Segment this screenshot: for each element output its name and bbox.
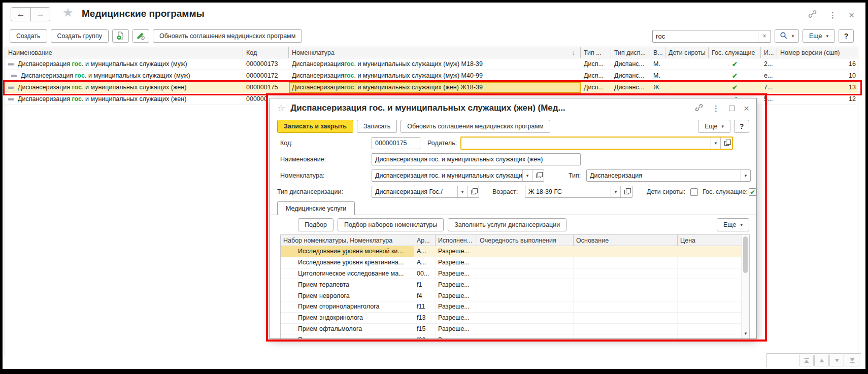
dropdown-icon[interactable]: ▾ [611,186,620,197]
cell-service-name: Прием терапевта [281,279,414,290]
service-row[interactable]: Прием терапевтаf1Разреше... [281,279,742,290]
service-row[interactable]: Прием оториноларингологаf11Разреше... [281,301,742,313]
favorite-star-icon[interactable]: ★ [62,6,74,20]
service-row[interactable]: Цитологическое исследование ма...00...Ра… [281,268,742,280]
table-row[interactable]: Диспансеризация гос. и муниципальных слу… [5,58,858,70]
dropdown-icon[interactable]: ▾ [522,170,532,181]
service-row[interactable]: Прием гинекологаf20Разреше... [281,334,742,339]
scroll-down-icon[interactable]: ▼ [742,331,749,336]
cell-type: Дисп... [581,58,611,70]
go-last-button[interactable] [845,355,859,366]
services-more-button[interactable]: Еще▾ [717,218,749,231]
cell-article: f11 [414,301,436,312]
go-first-button[interactable] [799,355,814,366]
orphans-checkbox[interactable] [690,188,698,196]
cell-code: 000000172 [243,70,289,81]
cell-name: Диспансеризация гос. и муниципальных слу… [5,70,243,81]
column-header-article[interactable]: Ар... [414,235,436,246]
column-header-name[interactable]: Наименование [5,47,243,58]
chevron-down-icon: ▾ [721,124,724,129]
back-button[interactable]: ← [11,8,30,21]
forward-button[interactable]: → [30,8,50,21]
open-icon[interactable] [620,186,632,197]
more-button[interactable]: Еще▾ [698,120,730,133]
vertical-scrollbar[interactable]: ▼ [742,235,749,338]
open-icon[interactable] [720,138,732,149]
help-button[interactable]: ? [839,29,854,43]
cell-article: f4 [414,290,436,301]
cell-nomenclature: Диспансеризация гос. и муниципальных слу… [289,70,581,81]
code-field[interactable]: 000000175 [372,137,420,149]
create-group-button[interactable]: Создать группу [51,29,109,43]
search-button[interactable]: ▾ [775,29,799,43]
tab-medical-services[interactable]: Медицинские услуги [277,201,355,215]
close-icon[interactable]: × [744,104,749,113]
dropdown-icon[interactable]: ▾ [457,186,467,197]
nomenclature-field[interactable]: Диспансеризация гос. и муниципальных слу… [372,169,544,182]
service-row[interactable]: Прием неврологаf4Разреше... [281,290,742,301]
open-icon[interactable] [532,170,544,181]
column-header-nomenclature[interactable]: Номенклатура↓ [289,47,581,58]
create-button[interactable]: Создать [10,29,47,43]
nomenclature-label: Номенклатура: [280,169,324,182]
save-close-button[interactable]: Записать и закрыть [277,120,353,133]
column-header-execution[interactable]: Исполнен... [436,235,477,246]
menu-dots-icon[interactable]: ⋮ [712,105,720,112]
create-copy-button[interactable] [112,29,129,43]
dropdown-icon[interactable]: ▾ [741,170,750,181]
link-icon[interactable] [808,10,817,20]
fill-services-button[interactable]: Заполнить услуги диспансеризации [448,218,566,231]
scrollbar-thumb[interactable] [743,236,748,273]
service-row[interactable]: Исследование уровня мочевой ки...A...Раз… [281,246,742,257]
search-input[interactable]: гос × [652,30,771,43]
program-dialog: ☆ Диспансеризация гос. и муниципальных с… [270,98,757,339]
list-footer [766,353,861,367]
column-header-civil-servants[interactable]: Гос. служащие [709,47,761,58]
table-row[interactable]: Диспансеризация гос. и муниципальных слу… [5,70,858,82]
pick-sets-button[interactable]: Подбор наборов номенклатуры [338,218,444,231]
save-button[interactable]: Записать [357,120,397,133]
service-row[interactable]: Прием эндокринологаf13Разреше... [281,313,742,324]
refresh-agreements-button[interactable]: Обновить соглашения медицинских программ [400,120,550,133]
go-prev-button[interactable] [814,355,829,366]
cell-order [477,290,574,301]
column-header-code[interactable]: Код [243,47,289,58]
maximize-icon[interactable] [729,106,735,111]
type-field[interactable]: Диспансеризация ▾ [586,169,751,182]
column-header-price[interactable]: Цена [678,235,742,246]
open-icon[interactable] [467,186,479,197]
search-clear-icon[interactable]: × [758,30,771,42]
parent-field[interactable]: ▾ [460,137,733,150]
column-header-disp-type[interactable]: Тип дисп... [611,47,650,58]
search-match-highlight: гос [72,84,82,91]
table-row[interactable]: Диспансеризация гос. и муниципальных слу… [5,82,858,93]
column-header-version[interactable]: Номер версии (сшп) [777,47,859,58]
column-header-order[interactable]: Очередность выполнения [477,235,574,246]
column-header-type[interactable]: Тип ... [581,47,611,58]
more-button[interactable]: Еще▾ [803,29,835,43]
help-button[interactable]: ? [734,120,749,133]
cell-price [678,257,742,268]
link-icon[interactable] [695,104,703,113]
column-header-orphans[interactable]: Дети сироты [665,47,709,58]
edit-button[interactable] [132,29,149,43]
civil-servants-checkbox[interactable]: ✔ [749,188,756,196]
dropdown-icon[interactable]: ▾ [711,138,720,149]
column-header-basis[interactable]: Основание [574,235,678,246]
pick-button[interactable]: Подбор [298,218,333,231]
close-icon[interactable]: × [849,10,854,20]
name-field[interactable]: Диспансеризация гос. и муниципальных слу… [372,153,581,165]
go-next-button[interactable] [829,355,844,366]
column-header-i[interactable]: И... [761,47,777,58]
age-field[interactable]: Ж 18-39 ГС ▾ [525,186,632,198]
favorite-star-outline-icon[interactable]: ☆ [277,103,285,114]
column-header-nomenclature-set[interactable]: Набор номенклатуры, Номенклатура [281,235,414,246]
service-row[interactable]: Прием офтальмологаf15Разреше... [281,324,742,335]
chevron-down-icon: ▾ [792,33,794,39]
column-header-age[interactable]: В... [650,47,665,58]
refresh-agreements-button[interactable]: Обновить соглашения медицинских программ [153,29,302,43]
menu-dots-icon[interactable]: ⋮ [829,11,837,19]
service-row[interactable]: Исследование уровня креатинина...A...Раз… [281,257,742,268]
page-title: Медицинские программы [82,8,205,19]
disp-type-field[interactable]: Диспансеризация Гос./ ▾ [372,186,479,198]
